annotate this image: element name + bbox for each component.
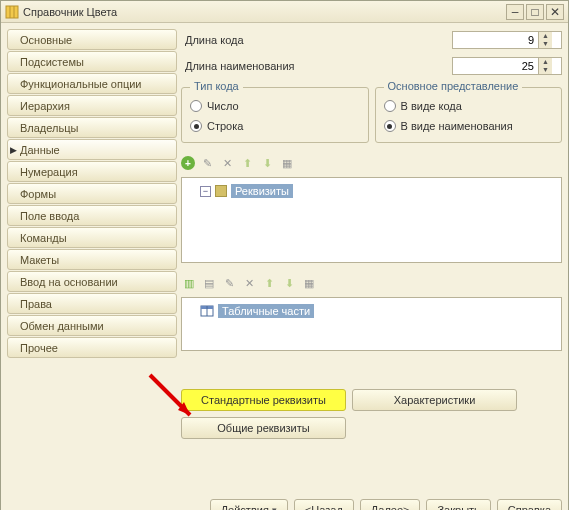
titlebar: Справочник Цвета – □ ✕	[1, 1, 568, 23]
sidebar-item-main[interactable]: Основные	[7, 29, 177, 50]
display-legend: Основное представление	[384, 80, 523, 92]
sidebar: Основные Подсистемы Функциональные опции…	[7, 29, 177, 487]
sidebar-item-owners[interactable]: Владельцы	[7, 117, 177, 138]
maximize-button[interactable]: □	[526, 4, 544, 20]
move-down-icon[interactable]	[281, 275, 297, 291]
radio-icon	[190, 120, 202, 132]
table-icon	[200, 304, 214, 318]
help-button[interactable]: Справка	[497, 499, 562, 510]
sidebar-item-other[interactable]: Прочее	[7, 337, 177, 358]
radio-as-name[interactable]: В виде наименования	[384, 116, 554, 136]
next-button[interactable]: Далее>	[360, 499, 421, 510]
spin-down-icon[interactable]: ▼	[539, 66, 552, 74]
name-length-spin[interactable]: ▲▼	[452, 57, 562, 75]
radio-string[interactable]: Строка	[190, 116, 360, 136]
tabs-toolbar: ▥ ▤ ✎ ✕ ▦	[181, 273, 562, 293]
tree-label: Табличные части	[218, 304, 314, 318]
sidebar-item-commands[interactable]: Команды	[7, 227, 177, 248]
spin-down-icon[interactable]: ▼	[539, 40, 552, 48]
back-button[interactable]: <Назад	[294, 499, 354, 510]
footer: Действия <Назад Далее> Закрыть Справка	[1, 493, 568, 510]
close-button[interactable]: ✕	[546, 4, 564, 20]
code-length-spin[interactable]: ▲▼	[452, 31, 562, 49]
add-table-icon[interactable]: ▥	[181, 275, 197, 291]
spin-up-icon[interactable]: ▲	[539, 58, 552, 66]
close-window-button[interactable]: Закрыть	[426, 499, 490, 510]
radio-icon	[190, 100, 202, 112]
spin-up-icon[interactable]: ▲	[539, 32, 552, 40]
edit-icon[interactable]: ✎	[221, 275, 237, 291]
main-panel: Длина кода ▲▼ Длина наименования ▲▼	[181, 29, 562, 487]
add-icon[interactable]: +	[181, 156, 195, 170]
delete-icon[interactable]: ✕	[219, 155, 235, 171]
sidebar-item-forms[interactable]: Формы	[7, 183, 177, 204]
name-length-label: Длина наименования	[181, 60, 311, 72]
radio-as-code[interactable]: В виде кода	[384, 96, 554, 116]
sidebar-item-subsystems[interactable]: Подсистемы	[7, 51, 177, 72]
sidebar-item-hierarchy[interactable]: Иерархия	[7, 95, 177, 116]
sidebar-item-input-field[interactable]: Поле ввода	[7, 205, 177, 226]
standard-attrs-button[interactable]: Стандартные реквизиты	[181, 389, 346, 411]
move-up-icon[interactable]	[261, 275, 277, 291]
tree-row-attrs[interactable]: − Реквизиты	[186, 182, 557, 200]
code-length-label: Длина кода	[181, 34, 311, 46]
move-down-icon[interactable]	[259, 155, 275, 171]
add-column-icon[interactable]: ▤	[201, 275, 217, 291]
properties-icon[interactable]: ▦	[301, 275, 317, 291]
sidebar-item-exchange[interactable]: Обмен данными	[7, 315, 177, 336]
tabs-tree[interactable]: Табличные части	[181, 297, 562, 351]
folder-icon	[215, 185, 227, 197]
sidebar-item-rights[interactable]: Права	[7, 293, 177, 314]
sidebar-item-input-based-on[interactable]: Ввод на основании	[7, 271, 177, 292]
collapse-icon[interactable]: −	[200, 186, 211, 197]
code-type-legend: Тип кода	[190, 80, 243, 92]
display-group: Основное представление В виде кода В вид…	[375, 87, 563, 143]
window-title: Справочник Цвета	[23, 6, 506, 18]
common-attrs-button[interactable]: Общие реквизиты	[181, 417, 346, 439]
edit-icon[interactable]: ✎	[199, 155, 215, 171]
code-type-group: Тип кода Число Строка	[181, 87, 369, 143]
svg-rect-0	[6, 6, 18, 18]
tree-label: Реквизиты	[231, 184, 293, 198]
minimize-button[interactable]: –	[506, 4, 524, 20]
radio-number[interactable]: Число	[190, 96, 360, 116]
move-up-icon[interactable]	[239, 155, 255, 171]
properties-icon[interactable]: ▦	[279, 155, 295, 171]
sidebar-item-numbering[interactable]: Нумерация	[7, 161, 177, 182]
code-length-input[interactable]	[453, 34, 538, 46]
name-length-input[interactable]	[453, 60, 538, 72]
attrs-toolbar: + ✎ ✕ ▦	[181, 153, 562, 173]
attrs-tree[interactable]: − Реквизиты	[181, 177, 562, 263]
characteristics-button[interactable]: Характеристики	[352, 389, 517, 411]
sidebar-item-functional-options[interactable]: Функциональные опции	[7, 73, 177, 94]
radio-icon	[384, 120, 396, 132]
sidebar-item-templates[interactable]: Макеты	[7, 249, 177, 270]
tree-row-tabs[interactable]: Табличные части	[186, 302, 557, 320]
actions-button[interactable]: Действия	[210, 499, 288, 510]
delete-icon[interactable]: ✕	[241, 275, 257, 291]
sidebar-item-data[interactable]: ▶Данные	[7, 139, 177, 160]
app-icon	[5, 5, 19, 19]
radio-icon	[384, 100, 396, 112]
